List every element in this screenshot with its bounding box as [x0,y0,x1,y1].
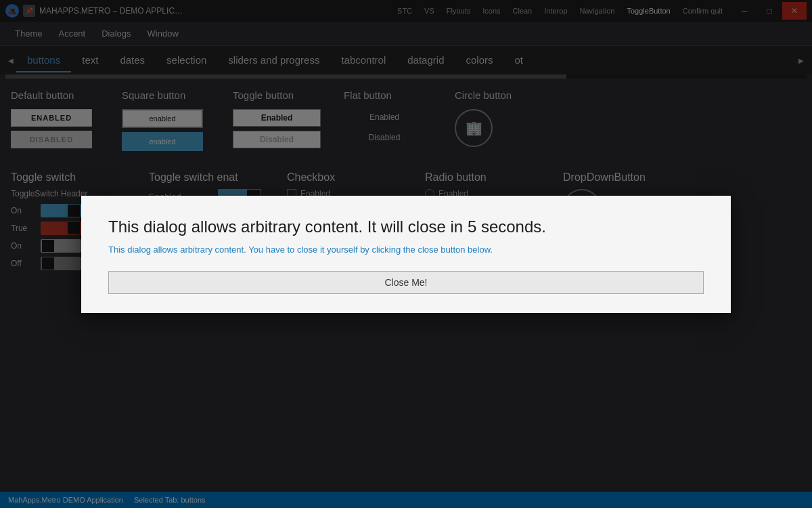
dialog-title: This dialog allows arbitrary content. It… [108,217,704,236]
dialog-subtitle: This dialog allows arbitrary content. Yo… [108,245,704,255]
dialog-overlay: This dialog allows arbitrary content. It… [0,0,812,508]
dialog-box: This dialog allows arbitrary content. It… [81,196,731,313]
dialog-close-button[interactable]: Close Me! [108,271,704,294]
